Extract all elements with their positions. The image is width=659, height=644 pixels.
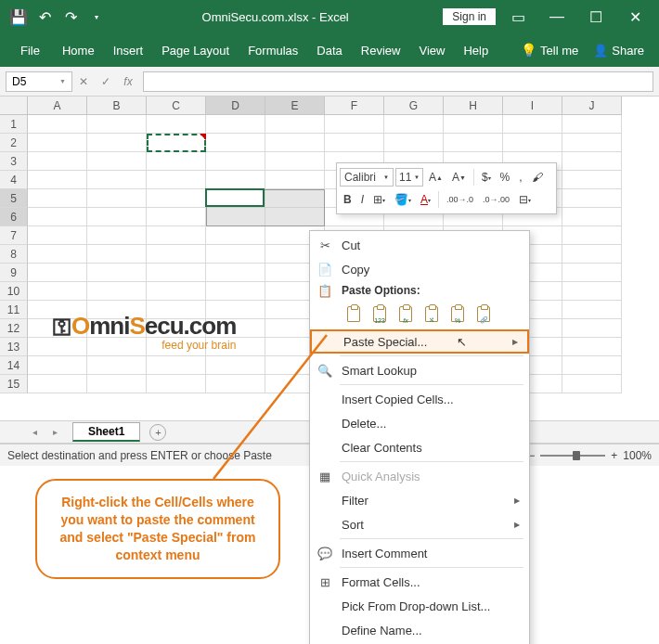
row-header-14[interactable]: 14 (0, 356, 28, 375)
cell-C8[interactable] (147, 245, 206, 264)
cell-C10[interactable] (147, 282, 206, 301)
paste-values-option[interactable]: 123 (368, 302, 392, 326)
row-header-1[interactable]: 1 (0, 115, 28, 134)
context-delete[interactable]: Delete... (310, 411, 529, 435)
cell-J1[interactable] (562, 115, 622, 134)
cell-C3[interactable] (147, 152, 206, 171)
cell-J5[interactable] (562, 189, 622, 208)
cell-D10[interactable] (206, 282, 265, 301)
cell-G2[interactable] (384, 134, 444, 152)
cell-D8[interactable] (206, 245, 265, 264)
tab-view[interactable]: View (409, 33, 454, 67)
tab-page-layout[interactable]: Page Layout (152, 33, 239, 67)
cell-D9[interactable] (206, 264, 265, 282)
cell-D2[interactable] (206, 134, 265, 152)
increase-font-button[interactable]: A▲ (425, 168, 446, 187)
cell-B4[interactable] (87, 171, 147, 189)
cell-J10[interactable] (562, 282, 622, 301)
row-header-7[interactable]: 7 (0, 226, 28, 245)
comma-format-button[interactable]: , (515, 168, 525, 187)
zoom-slider[interactable] (540, 455, 605, 457)
cell-E1[interactable] (265, 115, 325, 134)
cell-C9[interactable] (147, 264, 206, 282)
mini-font-dropdown[interactable]: Calibri ▼ (340, 168, 394, 187)
enter-formula-button[interactable]: ✓ (97, 72, 115, 91)
cell-B2[interactable] (87, 134, 147, 152)
column-header-E[interactable]: E (265, 97, 325, 115)
cell-B3[interactable] (87, 152, 147, 171)
cell-J6[interactable] (562, 208, 622, 226)
paste-link-option[interactable]: 🔗 (472, 302, 496, 326)
cancel-formula-button[interactable]: ✕ (74, 72, 93, 91)
share-button[interactable]: 👤 Share (586, 44, 652, 58)
tell-me-button[interactable]: 💡 Tell me (513, 43, 586, 58)
cell-D15[interactable] (206, 375, 265, 393)
cell-J12[interactable] (562, 319, 622, 338)
font-color-button[interactable]: A▾ (417, 190, 434, 209)
context-copy[interactable]: 📄 Copy (310, 257, 529, 281)
tab-formulas[interactable]: Formulas (239, 33, 307, 67)
row-header-3[interactable]: 3 (0, 152, 28, 171)
row-header-8[interactable]: 8 (0, 245, 28, 264)
cell-B15[interactable] (87, 375, 147, 393)
cell-B7[interactable] (87, 226, 147, 245)
cell-H2[interactable] (444, 134, 503, 152)
cell-B1[interactable] (87, 115, 147, 134)
context-format-cells[interactable]: ⊞ Format Cells... (310, 570, 529, 594)
cell-J13[interactable] (562, 338, 622, 356)
paste-all-option[interactable] (342, 302, 366, 326)
context-pick-dropdown[interactable]: Pick From Drop-down List... (310, 594, 529, 618)
context-sort[interactable]: Sort ▶ (310, 512, 529, 536)
cell-J7[interactable] (562, 226, 622, 245)
cell-C1[interactable] (147, 115, 206, 134)
row-header-6[interactable]: 6 (0, 208, 28, 226)
paste-transpose-option[interactable]: ⤭ (420, 302, 444, 326)
row-header-2[interactable]: 2 (0, 134, 28, 152)
select-all-corner[interactable] (0, 97, 28, 115)
cell-A10[interactable] (28, 282, 87, 301)
context-clear-contents[interactable]: Clear Contents (310, 435, 529, 459)
tab-nav-last[interactable]: ▸ (47, 425, 62, 440)
add-sheet-button[interactable]: + (149, 424, 166, 441)
undo-button[interactable]: ↶ (33, 6, 56, 28)
maximize-button[interactable]: ☐ (579, 4, 613, 30)
tab-review[interactable]: Review (352, 33, 410, 67)
cell-I2[interactable] (503, 134, 562, 152)
cell-C6[interactable] (147, 208, 206, 226)
cell-J8[interactable] (562, 245, 622, 264)
tab-file[interactable]: File (7, 33, 53, 67)
formula-input[interactable] (143, 71, 653, 92)
cell-A9[interactable] (28, 264, 87, 282)
close-button[interactable]: ✕ (618, 4, 652, 30)
cell-A15[interactable] (28, 375, 87, 393)
borders-button[interactable]: ⊞▾ (369, 190, 389, 209)
cell-I1[interactable] (503, 115, 562, 134)
cell-C5[interactable] (147, 189, 206, 208)
cell-J9[interactable] (562, 264, 622, 282)
column-header-G[interactable]: G (384, 97, 444, 115)
column-header-D[interactable]: D (206, 97, 265, 115)
cell-E4[interactable] (265, 171, 325, 189)
row-header-15[interactable]: 15 (0, 375, 28, 393)
cell-C7[interactable] (147, 226, 206, 245)
cell-B5[interactable] (87, 189, 147, 208)
context-define-name[interactable]: Define Name... (310, 618, 529, 642)
cell-E3[interactable] (265, 152, 325, 171)
cell-D3[interactable] (206, 152, 265, 171)
cell-B8[interactable] (87, 245, 147, 264)
italic-button[interactable]: I (357, 190, 368, 209)
cell-F1[interactable] (325, 115, 384, 134)
column-header-C[interactable]: C (147, 97, 206, 115)
sheet-tab-active[interactable]: Sheet1 (72, 422, 140, 442)
cell-C2[interactable] (147, 134, 206, 152)
redo-button[interactable]: ↷ (59, 6, 82, 28)
save-button[interactable]: 💾 (7, 6, 30, 28)
cell-C14[interactable] (147, 356, 206, 375)
column-header-I[interactable]: I (503, 97, 562, 115)
cell-A1[interactable] (28, 115, 87, 134)
cell-J11[interactable] (562, 301, 622, 319)
row-header-10[interactable]: 10 (0, 282, 28, 301)
qat-customize[interactable]: ▾ (85, 6, 108, 28)
cell-B14[interactable] (87, 356, 147, 375)
context-cut[interactable]: ✂ Cut (310, 233, 529, 257)
